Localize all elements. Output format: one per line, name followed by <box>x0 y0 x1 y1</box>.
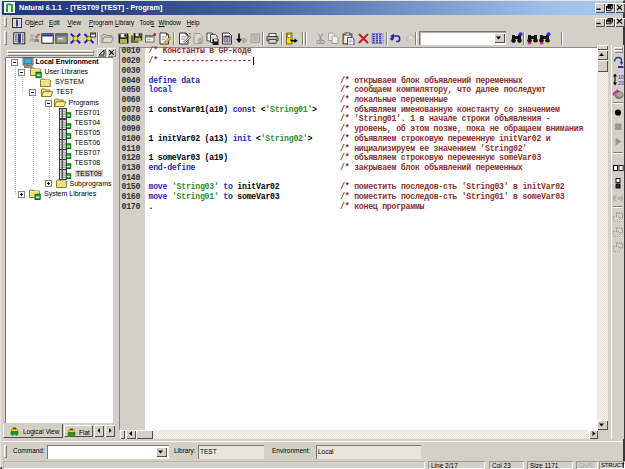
svg-text:20: 20 <box>618 79 624 85</box>
